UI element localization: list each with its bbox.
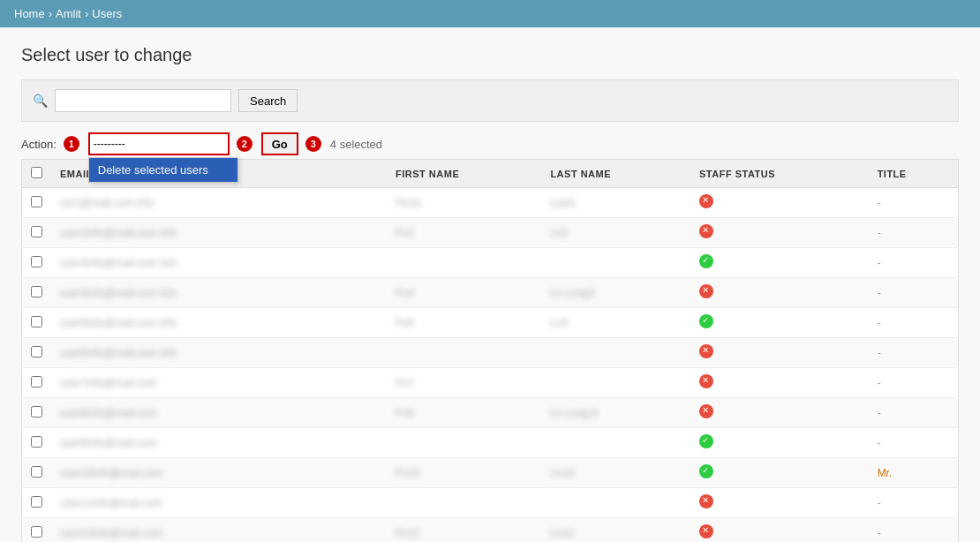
row-checkbox[interactable] — [31, 316, 42, 327]
last-name-cell: Last1 — [550, 197, 576, 209]
title-cell: - — [869, 488, 959, 518]
table-row: user5info@mail.com infoFn5Ln5- — [22, 308, 959, 338]
title-cell: - — [869, 218, 959, 248]
last-name-cell: Ln5 — [550, 317, 568, 329]
staff-status-icon — [699, 254, 713, 268]
email-cell: user5info@mail.com info — [60, 317, 177, 329]
action-select[interactable]: ---------Delete selected users — [88, 132, 230, 155]
actions-row: Action: 1 ---------Delete selected users… — [21, 132, 959, 155]
search-icon: 🔍 — [33, 94, 48, 108]
table-row: user7info@mail.comFn7- — [22, 368, 959, 398]
last-name-cell: Ln2 — [550, 227, 568, 239]
first-name-cell: Fn12 — [396, 527, 419, 539]
select-all-checkbox[interactable] — [31, 167, 42, 178]
first-name-cell: Fn7 — [396, 377, 414, 389]
table-row: user3info@mail.com info- — [22, 248, 959, 278]
header-first-name: FIRST NAME — [387, 160, 541, 188]
first-name-cell: Fn2 — [396, 227, 414, 239]
search-button[interactable]: Search — [238, 89, 298, 112]
table-row: user2info@mail.com infoFn2Ln2- — [22, 218, 959, 248]
staff-status-icon — [699, 224, 713, 238]
row-checkbox[interactable] — [31, 286, 42, 297]
topbar: Home › Amlit › Users — [0, 0, 980, 27]
staff-status-icon — [699, 434, 713, 448]
title-cell: - — [869, 398, 959, 428]
staff-status-icon — [699, 404, 713, 418]
row-checkbox[interactable] — [31, 376, 42, 388]
row-checkbox[interactable] — [31, 526, 42, 538]
first-name-cell: Fn5 — [396, 317, 414, 329]
row-checkbox[interactable] — [31, 406, 42, 418]
first-name-cell: Fn4 — [396, 287, 414, 299]
staff-status-icon — [699, 194, 713, 208]
staff-status-icon — [699, 464, 713, 478]
staff-status-icon — [699, 524, 713, 538]
email-cell: user9info@mail.com — [60, 437, 157, 449]
row-checkbox[interactable] — [31, 196, 42, 207]
title-cell: - — [869, 308, 959, 338]
topbar-separator2: › — [85, 7, 88, 20]
header-checkbox-col — [22, 160, 52, 188]
title-cell: - — [869, 338, 959, 368]
topbar-separator1: › — [49, 7, 52, 20]
table-row: user11info@mail.com- — [22, 488, 959, 518]
last-name-cell: Ln10 — [550, 467, 574, 479]
page-title: Select user to change — [21, 45, 959, 65]
table-row: user4info@mail.com infoFn4Ln Long4- — [22, 278, 959, 308]
users-table: EMAIL ADDRESS ▲ FIRST NAME LAST NAME STA… — [21, 159, 959, 542]
title-cell: - — [869, 248, 959, 278]
row-checkbox[interactable] — [31, 466, 42, 478]
row-checkbox[interactable] — [31, 256, 42, 267]
staff-status-icon — [699, 284, 713, 298]
last-name-cell: Ln Long4 — [550, 287, 594, 299]
email-cell: user11info@mail.com — [60, 497, 162, 509]
go-button[interactable]: Go — [261, 132, 298, 155]
topbar-home-link[interactable]: Home — [14, 7, 45, 20]
first-name-cell: Fn10 — [396, 467, 419, 479]
first-name-cell: Fn8 — [396, 407, 414, 419]
row-checkbox[interactable] — [31, 346, 42, 358]
header-staff-status: STAFF STATUS — [690, 160, 869, 188]
title-cell: - — [869, 368, 959, 398]
selected-count: 4 selected — [330, 138, 382, 151]
header-title: TITLE — [869, 160, 959, 188]
row-checkbox[interactable] — [31, 496, 42, 508]
table-row: usr1@mail.com infoFirst1Last1- — [22, 188, 959, 218]
email-cell: user12info@mail.com — [60, 527, 162, 539]
email-cell: user4info@mail.com info — [60, 287, 177, 299]
row-checkbox[interactable] — [31, 226, 42, 237]
row-checkbox[interactable] — [31, 436, 42, 448]
email-cell: user2info@mail.com info — [60, 227, 177, 239]
staff-status-icon — [699, 344, 713, 358]
staff-status-icon — [699, 494, 713, 508]
search-bar: 🔍 Search — [21, 79, 959, 122]
title-cell: - — [869, 428, 959, 458]
last-name-cell: Ln Long 8 — [550, 407, 597, 419]
title-cell: - — [869, 188, 959, 218]
topbar-current-page: Users — [92, 7, 122, 20]
main-content: Select user to change 🔍 Search Action: 1… — [0, 27, 980, 542]
title-cell: - — [869, 278, 959, 308]
delete-selected-users-option[interactable]: Delete selected users — [89, 158, 237, 182]
action-dropdown-container: ---------Delete selected users Delete se… — [88, 132, 230, 155]
email-cell: user8info@mail.com — [60, 407, 157, 419]
last-name-cell: Ln12 — [550, 527, 574, 539]
badge-2: 2 — [237, 136, 253, 152]
action-dropdown-menu: Delete selected users — [88, 157, 238, 183]
action-label: Action: — [21, 138, 57, 151]
title-cell: - — [869, 518, 959, 543]
email-cell: user3info@mail.com info — [60, 257, 177, 269]
first-name-cell: First1 — [396, 197, 422, 209]
email-cell: user6info@mail.com info — [60, 347, 177, 359]
table-row: user8info@mail.comFn8Ln Long 8- — [22, 398, 959, 428]
table-row: user9info@mail.com- — [22, 428, 959, 458]
title-cell: Mr. — [869, 458, 959, 488]
topbar-section-link[interactable]: Amlit — [56, 7, 81, 20]
search-input[interactable] — [55, 89, 231, 112]
table-row: user12info@mail.comFn12Ln12- — [22, 518, 959, 543]
table-row: user10info@mail.comFn10Ln10Mr. — [22, 458, 959, 488]
header-last-name: LAST NAME — [541, 160, 690, 188]
email-cell: user7info@mail.com — [60, 377, 157, 389]
email-cell: usr1@mail.com info — [60, 197, 154, 209]
staff-status-icon — [699, 374, 713, 388]
